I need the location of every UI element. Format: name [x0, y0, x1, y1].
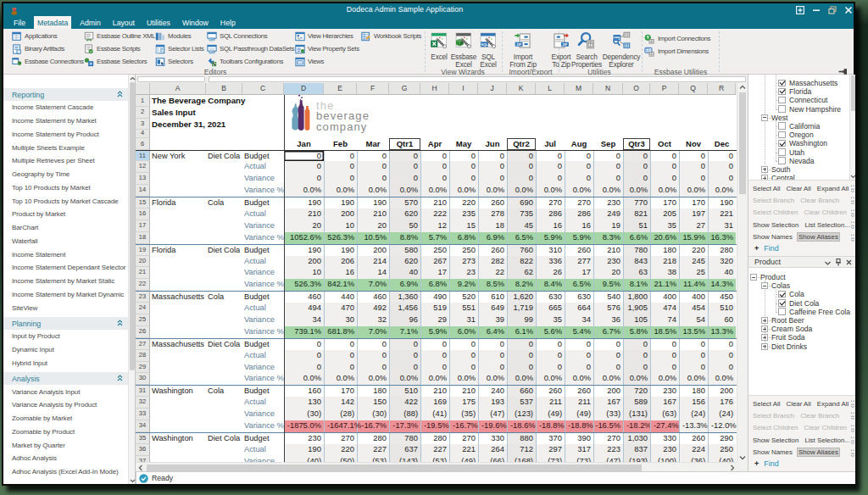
product-cell[interactable]: Diet Cola	[206, 433, 242, 444]
menu-item-layout[interactable]: Layout	[109, 16, 138, 29]
menu-item-file[interactable]: File	[10, 16, 29, 29]
column-header-k[interactable]: K	[507, 83, 536, 95]
ribbon-button-import-connections[interactable]: Import Connections	[644, 32, 710, 45]
value-cell[interactable]: 221	[449, 444, 478, 456]
sidebar-view-item[interactable]: Zoomable by Market	[3, 412, 129, 425]
series-label-cell[interactable]: Variance %	[242, 326, 284, 338]
toolbar-overflow-icon[interactable]	[850, 221, 854, 229]
value-cell[interactable]: 260	[679, 433, 708, 444]
value-cell[interactable]: 0.0%	[565, 373, 593, 385]
product-cell[interactable]	[206, 444, 242, 456]
help-window-button[interactable]	[795, 6, 804, 15]
row-header-26[interactable]: 26	[136, 326, 150, 338]
value-cell[interactable]: (33)	[593, 409, 623, 420]
value-cell[interactable]: 273	[449, 256, 478, 268]
value-cell[interactable]: 280	[357, 433, 389, 444]
value-cell[interactable]: 520	[449, 292, 478, 303]
product-cell[interactable]	[206, 373, 242, 385]
column-header-m[interactable]: M	[565, 83, 593, 95]
ribbon-button-workbook-scripts[interactable]: Workbook Scripts	[361, 30, 421, 42]
value-cell[interactable]: 169	[420, 397, 449, 409]
market-cell[interactable]	[150, 326, 206, 338]
market-tree-item-south[interactable]: South	[748, 165, 855, 174]
value-cell[interactable]: 0	[389, 173, 420, 185]
value-cell[interactable]: 35	[650, 220, 679, 232]
value-cell[interactable]: 38	[650, 267, 679, 279]
series-label-cell[interactable]: Variance %	[242, 185, 284, 197]
value-cell[interactable]: 6.0%	[449, 326, 478, 338]
value-cell[interactable]: 16.3%	[708, 232, 736, 244]
value-cell[interactable]: 0	[593, 339, 623, 350]
value-cell[interactable]: 230	[593, 197, 623, 209]
series-label-cell[interactable]: Variance %	[242, 420, 284, 432]
market-cell[interactable]	[150, 420, 206, 432]
value-cell[interactable]: 26	[536, 267, 565, 279]
product-cell[interactable]: Diet Cola	[206, 339, 242, 350]
series-label-cell[interactable]: Budget	[242, 386, 284, 397]
value-cell[interactable]: 8.2%	[507, 279, 536, 291]
value-cell[interactable]: 20	[357, 220, 389, 232]
menu-item-window[interactable]: Window	[179, 16, 212, 29]
product-cell[interactable]	[206, 303, 242, 314]
value-cell[interactable]: (47)	[593, 456, 623, 462]
series-label-cell[interactable]: Budget	[242, 151, 284, 162]
value-cell[interactable]: 0	[389, 362, 420, 374]
ribbon-button-modules[interactable]: Modules	[155, 30, 204, 42]
value-cell[interactable]: 210	[593, 245, 623, 256]
sidebar-view-item[interactable]: Top 10 Products by Market Cascade	[3, 194, 129, 208]
value-cell[interactable]: 660	[507, 386, 536, 397]
active-cell-d11[interactable]: 0	[284, 151, 324, 162]
value-cell[interactable]: 0.0%	[507, 373, 536, 385]
value-cell[interactable]: 39	[478, 314, 507, 326]
month-header-oct[interactable]: Oct	[650, 138, 679, 150]
column-header-g[interactable]: G	[389, 83, 420, 95]
value-cell[interactable]: 589	[623, 397, 650, 409]
sidebar-view-item[interactable]: Adhoc Analysis	[3, 452, 129, 465]
value-cell[interactable]: 10	[284, 267, 324, 279]
value-cell[interactable]: 16	[565, 220, 593, 232]
value-cell[interactable]: (24)	[679, 409, 708, 420]
value-cell[interactable]: (24)	[708, 409, 736, 420]
value-cell[interactable]: 0.0%	[389, 373, 420, 385]
value-cell[interactable]: 74	[650, 314, 679, 326]
value-cell[interactable]: 6.7%	[593, 326, 623, 338]
value-cell[interactable]: 580	[389, 245, 420, 256]
product-cell[interactable]	[206, 220, 242, 232]
value-cell[interactable]: 270	[565, 197, 593, 209]
value-cell[interactable]: 180	[679, 386, 708, 397]
toolbar-overflow-icon[interactable]	[850, 185, 854, 192]
market-cell[interactable]: New York	[150, 151, 206, 162]
value-cell[interactable]: 270	[593, 433, 623, 444]
sidebar-view-item[interactable]: Geography by Time	[3, 168, 129, 181]
month-header-sep[interactable]: Sep	[593, 138, 623, 150]
value-cell[interactable]: 210	[357, 209, 389, 220]
value-cell[interactable]: 5.9%	[420, 326, 449, 338]
value-cell[interactable]: 739.1%	[284, 326, 324, 338]
row-header-29[interactable]: 29	[136, 362, 150, 374]
value-cell[interactable]: 45	[507, 220, 536, 232]
checkbox-checked[interactable]	[778, 88, 786, 96]
value-cell[interactable]: 214	[357, 256, 389, 268]
series-label-cell[interactable]: Actual	[242, 303, 284, 314]
value-cell[interactable]: 50	[389, 220, 420, 232]
value-cell[interactable]: 0	[708, 173, 736, 185]
value-cell[interactable]: 280	[420, 433, 449, 444]
value-cell[interactable]: 0	[420, 173, 449, 185]
market-cell[interactable]	[150, 161, 206, 173]
product-cell[interactable]: Cola	[206, 197, 242, 209]
value-cell[interactable]: 0	[507, 151, 536, 162]
value-cell[interactable]: 0	[565, 161, 593, 173]
series-label-cell[interactable]: Actual	[242, 256, 284, 268]
value-cell[interactable]: 150	[357, 397, 389, 409]
value-cell[interactable]: 0	[679, 339, 708, 350]
value-cell[interactable]: (53)	[420, 456, 449, 462]
value-cell[interactable]: 0	[357, 151, 389, 162]
value-cell[interactable]: 0	[623, 161, 650, 173]
value-cell[interactable]: 17	[420, 267, 449, 279]
value-cell[interactable]: 492	[357, 303, 389, 314]
checkbox-unchecked[interactable]	[778, 131, 786, 139]
value-cell[interactable]: 370	[536, 433, 565, 444]
value-cell[interactable]: 0.0%	[593, 373, 623, 385]
row-header-37[interactable]: 37	[136, 456, 150, 462]
scroll-down-icon[interactable]	[850, 173, 855, 180]
